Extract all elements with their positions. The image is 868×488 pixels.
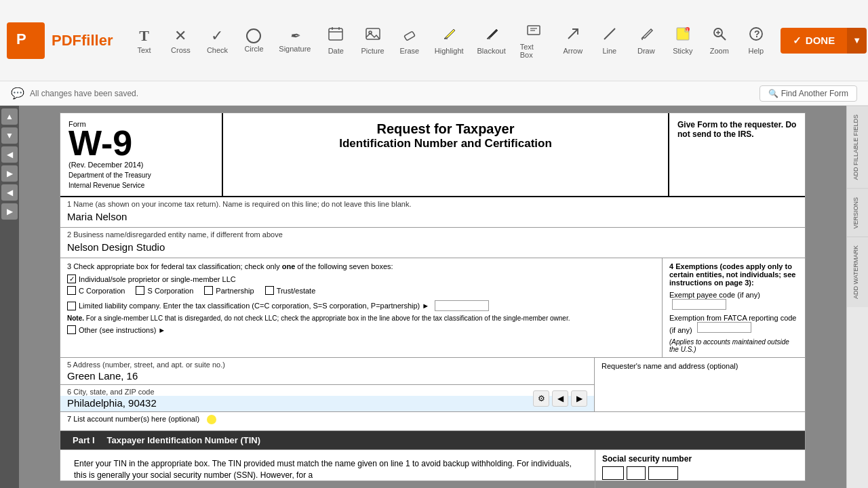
city-prev-btn[interactable]: ◀ [552, 390, 568, 407]
city-value[interactable]: Philadelphia, 90432 [60, 396, 594, 411]
field-business-value[interactable]: Nelson Design Studio [67, 240, 798, 255]
tool-picture[interactable]: Picture [355, 21, 391, 60]
tool-arrow-label: Arrow [563, 47, 583, 55]
tool-arrow[interactable]: Arrow [555, 21, 591, 60]
tax-class-left: 3 Check appropriate box for federal tax … [60, 258, 663, 357]
ssn-boxes [602, 466, 798, 480]
city-settings-btn[interactable]: ⚙ [533, 390, 549, 407]
tool-draw-label: Draw [637, 47, 655, 55]
fatca-input[interactable] [697, 322, 751, 333]
svg-rect-8 [404, 31, 415, 41]
address-value[interactable]: Green Lane, 16 [60, 369, 594, 384]
nav-up[interactable]: ▲ [1, 108, 18, 125]
logo-text: PDFfiller [52, 32, 113, 49]
line-tool-icon [602, 26, 617, 45]
checkbox-scorp[interactable] [136, 286, 144, 295]
zoom-tool-icon [712, 26, 727, 45]
field-name-value[interactable]: Maria Nelson [67, 209, 798, 224]
done-button[interactable]: ✓ DONE [781, 28, 847, 54]
tool-help[interactable]: ? Help [738, 21, 774, 60]
ccorp-label: C Corporation [79, 287, 125, 295]
doc-area[interactable]: Form W-9 (Rev. December 2014) Department… [19, 106, 846, 488]
part-header: Part I Taxpayer Identification Number (T… [60, 431, 805, 449]
address-label: 5 Address (number, street, and apt. or s… [60, 358, 594, 369]
part-title: Taxpayer Identification Number (TIN) [107, 435, 261, 445]
svg-rect-2 [329, 28, 342, 40]
nav-right2[interactable]: ▶ [1, 203, 18, 220]
tool-blackout[interactable]: Blackout [471, 21, 512, 60]
tool-date[interactable]: Date [318, 21, 353, 60]
fatca-row: Exemption from FATCA reporting code (if … [669, 314, 798, 334]
tool-group: T Text ✕ Cross ✓ Check Circle ✒ Signatur… [126, 17, 773, 64]
done-dropdown-button[interactable]: ▼ [847, 28, 867, 54]
sticky-tool-icon: 1 [675, 26, 690, 45]
tool-check[interactable]: ✓ Check [199, 22, 235, 60]
individual-label: Individual/sole proprietor or single-mem… [79, 275, 236, 283]
checkbox-individual[interactable]: ✓ [67, 274, 76, 283]
nav-left[interactable]: ◀ [1, 146, 18, 163]
logo-area: P PDFfiller [7, 22, 113, 59]
tool-cross[interactable]: ✕ Cross [163, 22, 198, 60]
form-subtitle: Identification Number and Certification [234, 137, 657, 150]
tool-textbox[interactable]: Text Box [513, 17, 554, 64]
right-tab-versions[interactable]: VERSIONS [847, 188, 868, 237]
form-rev-date: (Rev. December 2014) [68, 161, 214, 169]
city-next-btn[interactable]: ▶ [571, 390, 587, 407]
tool-erase[interactable]: Erase [392, 21, 427, 60]
form-header-right: Give Form to the requester. Do not send … [669, 113, 805, 196]
tool-text[interactable]: T Text [126, 22, 161, 60]
tool-highlight[interactable]: Highlight [429, 21, 470, 60]
toolbar: P PDFfiller T Text ✕ Cross ✓ Check Circl… [0, 0, 868, 81]
chat-bubble-icon: 💬 [11, 87, 24, 100]
tool-circle-label: Circle [244, 45, 263, 53]
ssn-box-1[interactable] [602, 466, 624, 480]
tool-textbox-label: Text Box [520, 43, 547, 59]
checkbox-other[interactable] [67, 325, 76, 334]
right-tab-watermark[interactable]: ADD WATERMARK [847, 237, 868, 307]
llc-input[interactable] [435, 300, 489, 311]
other-row: Other (see instructions) ► [67, 325, 655, 334]
exempt-payee-label: Exempt payee code (if any) [669, 291, 760, 299]
tool-line[interactable]: Line [592, 21, 627, 60]
tool-circle[interactable]: Circle [236, 23, 271, 58]
checkbox-llc[interactable] [67, 302, 76, 310]
tax-class-right: 4 Exemptions (codes apply only to certai… [663, 258, 805, 357]
ssn-label: Social security number [602, 454, 798, 464]
tool-zoom[interactable]: Zoom [702, 21, 737, 60]
tool-help-label: Help [749, 47, 764, 55]
textbox-tool-icon [526, 22, 541, 41]
city-label: 6 City, state, and ZIP code [60, 385, 594, 396]
tool-date-label: Date [328, 47, 344, 55]
tool-sticky[interactable]: 1 Sticky [665, 21, 701, 60]
nav-left2[interactable]: ◀ [1, 184, 18, 201]
exempt-payee-input[interactable] [672, 299, 726, 310]
nav-down[interactable]: ▼ [1, 127, 18, 144]
checkbox-ccorp[interactable] [67, 286, 76, 295]
help-tool-icon: ? [749, 26, 764, 45]
done-label: DONE [806, 35, 835, 46]
tool-draw[interactable]: Draw [629, 21, 664, 60]
checkbox-trust[interactable] [265, 286, 274, 295]
svg-line-21 [721, 35, 726, 40]
checkbox-trust-row: Trust/estate [265, 286, 316, 295]
ssn-box-3[interactable] [648, 466, 678, 480]
main-area: ▲ ▼ ◀ ▶ ◀ ▶ Form W-9 (Rev. December 2014… [0, 106, 868, 488]
nav-right[interactable]: ▶ [1, 165, 18, 182]
ssn-section: Enter your TIN in the appropriate box. T… [60, 449, 805, 488]
status-text: All changes have been saved. [30, 89, 138, 98]
checkbox-partnership[interactable] [204, 286, 213, 295]
tool-zoom-label: Zoom [710, 47, 729, 55]
form-dept1: Department of the Treasury [68, 171, 214, 179]
llc-row: Limited liability company. Enter the tax… [67, 300, 655, 311]
checkbox-scorp-row: S Corporation [136, 286, 193, 295]
tool-signature[interactable]: ✒ Signature [273, 23, 317, 58]
tin-text: Enter your TIN in the appropriate box. T… [67, 454, 588, 485]
exempt-payee-row: Exempt payee code (if any) [669, 291, 798, 311]
done-group: ✓ DONE ▼ [781, 28, 867, 54]
blackout-tool-icon [484, 26, 499, 45]
account-label: 7 List account number(s) here (optional) [67, 415, 199, 423]
fatca-note: (Applies to accounts maintained outside … [669, 338, 798, 353]
right-tab-fillable[interactable]: ADD FILLABLE FIELDS [847, 106, 868, 188]
ssn-box-2[interactable] [627, 466, 646, 480]
find-form-button[interactable]: 🔍 Find Another Form [760, 85, 857, 102]
